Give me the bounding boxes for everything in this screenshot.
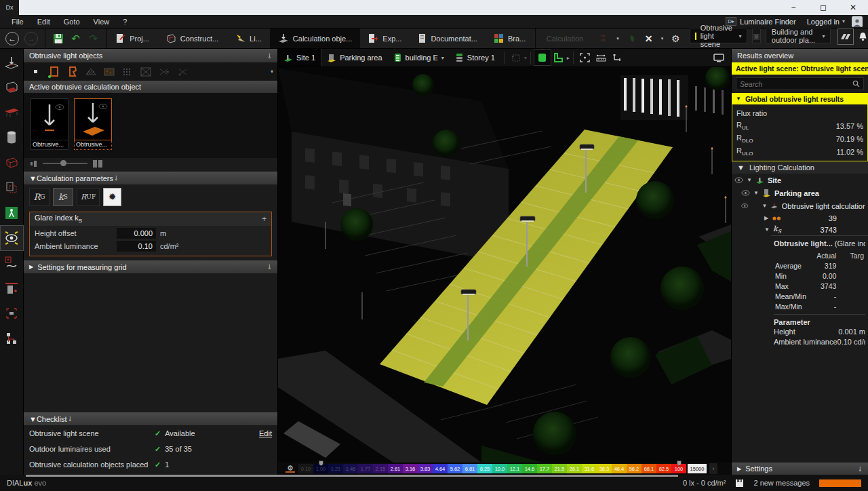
menu-file[interactable]: File [5,16,30,27]
tree-row-39[interactable]: ▶ 39 [732,212,868,224]
hierarchy-tool[interactable] [1,326,23,351]
measure-button[interactable] [593,50,610,65]
sun-button[interactable]: ✹ [103,188,121,206]
tree-row-obtrusive-surface[interactable]: ▼ Obtrusive light calculation sur... [732,199,868,212]
tab-calculation-objects[interactable]: Calculation obje... [270,28,360,48]
tree-row-site[interactable]: ▼ Site [732,174,868,186]
pin-icon[interactable]: ⊸ [265,264,273,269]
room-tool[interactable] [1,75,23,100]
global-results-header[interactable]: ▼ Global obtrusive light results [732,93,868,104]
tree-row-ks[interactable]: ▼ kS 3743 [732,224,868,235]
display-options-button[interactable] [711,50,727,65]
obtrusive-object-thumbnail-selected[interactable]: Obtrusive... [74,98,112,158]
eye-icon[interactable] [741,203,749,209]
breadcrumb-site[interactable]: Site 1 [278,49,321,66]
obtrusive-light-tool[interactable] [1,226,23,250]
chevron-down-icon[interactable]: ▾ [271,68,273,75]
chevron-down-icon[interactable]: ▼ [764,227,770,233]
height-offset-input[interactable]: 0.000 [117,228,156,239]
maximize-button[interactable]: ◻ [808,0,838,15]
menu-help[interactable]: ? [117,16,133,27]
floor-plan-view-button[interactable] [551,50,567,65]
light-scene-dropdown[interactable]: Obtrusive light scene ▾ [690,28,747,43]
cancel-calculation-button[interactable]: ✕ [640,31,658,47]
pin-icon[interactable]: ⊸ [265,53,273,58]
menu-edit[interactable]: Edit [31,16,56,27]
tree-row-parking-area[interactable]: ▼ Parking area [732,186,868,199]
chevron-right-icon[interactable]: ▸ [567,55,570,61]
tab-brand[interactable]: Bra... [486,28,534,48]
profile-dropdown[interactable]: Building and outdoor pla... ▾ [766,28,831,43]
tab-project[interactable]: Proj... [108,28,157,48]
rotate-view-button[interactable] [508,50,524,65]
scale-scroll-right-button[interactable]: › [709,463,717,474]
calc-volume-tool[interactable] [1,151,23,175]
close-button[interactable]: ✕ [838,0,868,15]
list-view-icon[interactable] [93,160,102,168]
menu-goto[interactable]: Goto [58,16,86,27]
solid-view-button[interactable] [534,50,551,65]
settings-header[interactable]: ▶ Settings ⊸ [732,463,868,475]
chevron-down-icon[interactable]: ▼ [747,177,752,183]
pin-icon[interactable]: ⊸ [113,175,120,180]
chevron-down-icon[interactable]: ▾ [524,55,527,61]
calc-params-header[interactable]: ▼ Calculation parameters ⊸ [24,172,277,184]
chevron-down-icon[interactable]: ▾ [441,55,444,61]
chevron-down-icon[interactable]: ▾ [613,36,623,41]
zoom-fit-button[interactable] [577,50,593,65]
chevron-down-icon[interactable]: ▼ [753,190,759,196]
rg-button[interactable]: RG [29,188,50,206]
breadcrumb-storey[interactable]: Storey 1 [450,49,500,66]
vertical-plane-tool[interactable] [1,276,23,300]
add-button[interactable]: + [262,214,267,224]
point-tool-button[interactable] [28,64,44,79]
pin-icon[interactable]: ⊸ [66,416,73,421]
textured-surface-button[interactable] [101,64,117,79]
rectangle-surface-button[interactable] [46,64,62,79]
tab-construction[interactable]: Construct... [157,28,226,48]
region-tool[interactable] [1,301,23,326]
calc-surface-tool[interactable] [1,50,23,75]
3d-viewport[interactable] [278,67,731,463]
breadcrumb-parking-area[interactable]: Parking area [321,49,387,66]
forward-button[interactable]: → [24,32,38,45]
pin-icon[interactable]: ⊸ [856,466,863,471]
polygon-surface-button[interactable] [64,64,81,79]
scene-settings-button[interactable]: ▣ [752,28,761,43]
eye-icon[interactable] [741,190,750,196]
menu-view[interactable]: View [87,16,116,27]
minimize-button[interactable]: − [778,0,808,15]
tab-export[interactable]: Exp... [360,28,410,48]
notifications-button[interactable] [858,28,868,45]
measuring-grid-header[interactable]: ▶ Settings for measuring grid ⊸ [24,260,277,273]
thumbnail-size-slider[interactable] [43,163,87,164]
dialux-logo-button[interactable] [837,28,854,45]
ambient-luminance-input[interactable]: 0.10 [117,241,156,252]
undo-button[interactable]: ↶ [67,31,85,47]
cut-tool-2-button[interactable] [174,64,191,79]
tab-documentation[interactable]: Documentat... [410,28,485,48]
search-input[interactable] [740,80,852,88]
cut-tool-button[interactable] [156,64,172,79]
start-calculation-icon[interactable] [595,31,613,47]
lighting-calculation-header[interactable]: ▼ Lighting Calculation [732,161,868,174]
logged-in-dropdown[interactable]: Logged in ▾ [802,18,850,26]
edit-link[interactable]: Edit [259,429,272,438]
gear-icon[interactable]: ⚙ [667,31,684,47]
dimension-button[interactable] [610,50,626,65]
checklist-header[interactable]: ▼ Checklist ⊸ [24,412,277,425]
ks-button[interactable]: kS [53,188,73,206]
vertical-surfaces-tool[interactable] [1,176,23,200]
chevron-down-icon[interactable]: ▼ [762,203,768,209]
spline-tool[interactable] [1,251,23,275]
h-scrollbar[interactable] [26,475,678,477]
workplane-tool[interactable] [1,100,23,125]
redo-button[interactable]: ↷ [85,31,102,47]
grid-button[interactable] [119,64,136,79]
save-button[interactable] [50,31,67,47]
scale-settings-button[interactable]: ⚙ [282,465,298,473]
avatar[interactable] [852,16,863,27]
ruf-button[interactable]: RUF [77,188,100,206]
sloped-surface-button[interactable] [83,64,99,79]
slider-handle[interactable] [60,160,66,166]
